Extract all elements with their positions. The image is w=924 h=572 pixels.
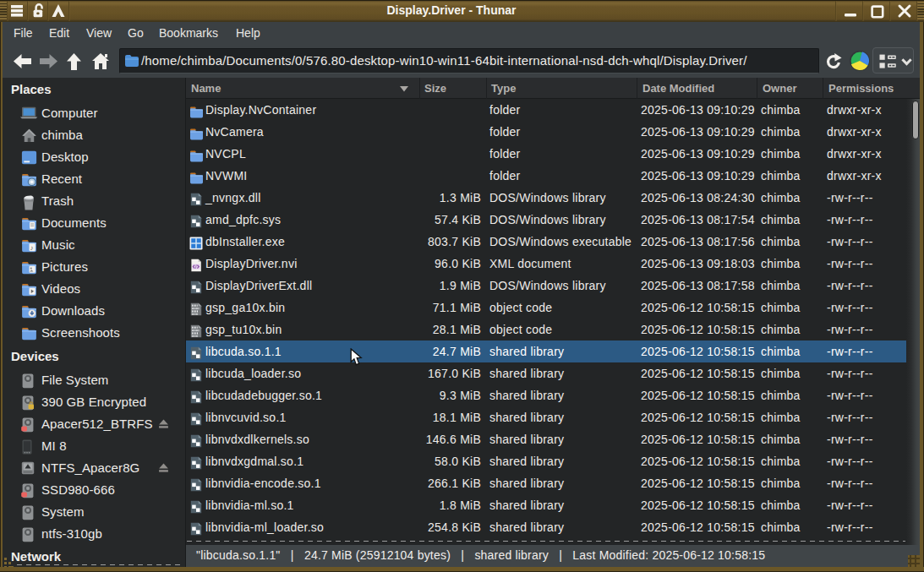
svg-text:♪: ♪ <box>30 244 34 252</box>
